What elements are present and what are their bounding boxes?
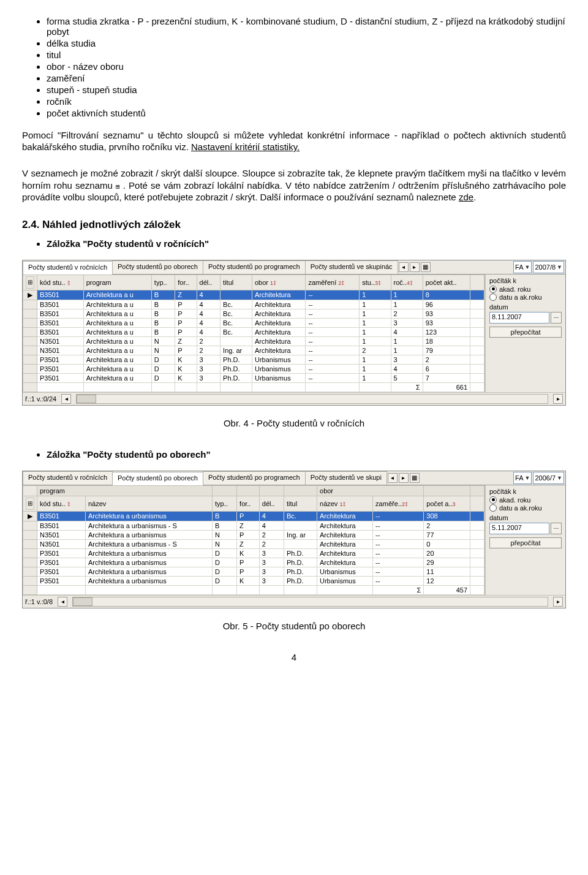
table-row[interactable]: B3501Architektura a uBP4Bc.Architektura-… <box>23 309 484 318</box>
table-row[interactable]: P3501Architektura a urbanismusDP3Ph.D.Ur… <box>23 567 484 576</box>
table-row[interactable]: N3501Architektura a urbanismus - SNZ2Arc… <box>23 539 484 548</box>
table-row[interactable]: P3501Architektura a uDK3Ph.D.Urbanismus-… <box>23 373 484 382</box>
prepocitat-button[interactable]: přepočítat <box>489 327 562 338</box>
col-pocet[interactable]: počet akt.. <box>423 275 470 290</box>
hscrollbar[interactable] <box>76 394 548 404</box>
radio-datu-akroku[interactable]: datu a ak.roku <box>489 504 562 512</box>
bullet: titul <box>47 50 566 60</box>
cell: -- <box>373 521 424 530</box>
col-del[interactable]: dél.. <box>197 275 220 290</box>
bullet: forma studia zkratka - P - prezenční stu… <box>47 16 566 37</box>
hscrollbar[interactable] <box>72 597 548 607</box>
table-row[interactable]: P3501Architektura a uDK3Ph.D.Urbanismus-… <box>23 355 484 364</box>
col-program[interactable]: program <box>83 275 151 290</box>
col-zamereni[interactable]: zaměře..2‡ <box>373 496 424 511</box>
table-row[interactable]: P3501Architektura a urbanismusDK3Ph.D.Ur… <box>23 576 484 585</box>
table-row[interactable]: N3501Architektura a urbanismusNP2Ing. ar… <box>23 530 484 539</box>
col-for[interactable]: for.. <box>237 496 260 511</box>
tab-skupiny[interactable]: Počty studentů ve skupinác <box>305 260 398 274</box>
col-typ[interactable]: typ.. <box>212 496 236 511</box>
scroll-right-icon[interactable]: ▸ <box>553 597 563 607</box>
col-titul[interactable]: titul <box>221 275 252 290</box>
tab-rocniky[interactable]: Počty studentů v ročnících <box>23 261 113 275</box>
col-stupen[interactable]: stu..3‡ <box>360 275 391 290</box>
col-del[interactable]: dél.. <box>259 496 284 511</box>
tabs-scroll-right-icon[interactable]: ▸ <box>410 262 420 272</box>
tab-programy[interactable]: Počty studentů po programech <box>203 260 306 274</box>
sum-value: 661 <box>423 382 470 392</box>
cell: Architektura <box>317 530 373 539</box>
tab-obory[interactable]: Počty studentů po oborech <box>112 260 203 274</box>
tab-rocniky[interactable]: Počty studentů v ročnících <box>23 471 113 485</box>
row-marker <box>23 539 37 548</box>
tab-programy[interactable]: Počty studentů po programech <box>203 471 306 485</box>
scroll-left-icon[interactable]: ◂ <box>58 597 67 607</box>
table-row[interactable]: ▶B3501Architektura a uBZ4Architektura--1… <box>23 290 484 300</box>
scroll-left-icon[interactable]: ◂ <box>61 394 71 404</box>
table-row[interactable]: B3501Architektura a urbanismus - SBZ4Arc… <box>23 521 484 530</box>
cell: 96 <box>423 300 470 309</box>
tab-skupiny[interactable]: Počty studentů ve skupi <box>305 471 387 485</box>
col-titul[interactable]: titul <box>284 496 317 511</box>
cell: B3501 <box>37 309 84 318</box>
row-marker <box>23 355 37 364</box>
faculty-combo[interactable]: FA▼ <box>513 472 532 484</box>
row-marker <box>23 548 37 558</box>
radio-datu-akroku[interactable]: datu a ak.roku <box>489 294 562 301</box>
cell: 123 <box>423 327 470 336</box>
grp-program[interactable]: program <box>37 485 213 496</box>
cell: D <box>151 355 175 364</box>
cell: 7 <box>423 373 470 382</box>
tabs-export-icon[interactable]: ▦ <box>421 262 431 272</box>
table-row[interactable]: N3501Architektura a uNP2Ing. arArchitekt… <box>23 346 484 355</box>
tabs-export-icon[interactable]: ▦ <box>410 473 420 483</box>
cell: 4 <box>259 511 284 521</box>
cell: K <box>237 548 260 558</box>
link-zde[interactable]: zde <box>459 192 473 202</box>
datum-field[interactable]: 5.11.2007 <box>489 523 549 534</box>
col-pocet[interactable]: počet a..3 <box>424 496 470 511</box>
radio-akad-roku[interactable]: akad. roku <box>489 286 562 293</box>
table-row[interactable]: P3501Architektura a urbanismusDP3Ph.D.Ar… <box>23 558 484 567</box>
col-typ[interactable]: typ.. <box>151 275 175 290</box>
grid-corner-icon[interactable]: ⊞ <box>26 498 34 510</box>
tabs-scroll-left-icon[interactable]: ◂ <box>388 473 398 483</box>
datum-label: datum <box>489 514 562 521</box>
col-obor[interactable]: obor 1‡ <box>252 275 305 290</box>
link-nastaveni-kriterii[interactable]: Nastavení kritérií statistiky. <box>191 142 300 152</box>
cell: B <box>151 318 175 327</box>
cell: 1 <box>360 327 391 336</box>
grid-rocniky[interactable]: ⊞ kód stu.. ‡ program typ.. for.. dél.. … <box>23 275 484 392</box>
table-row[interactable]: B3501Architektura a uBP4Bc.Architektura-… <box>23 300 484 309</box>
grid-corner-icon: ⊞ <box>116 183 120 191</box>
table-row[interactable]: N3501Architektura a uNZ2Architektura--11… <box>23 336 484 346</box>
prepocitat-button[interactable]: přepočítat <box>489 537 562 548</box>
tab-obory[interactable]: Počty studentů po oborech <box>112 472 203 485</box>
col-zamereni[interactable]: zaměření 2‡ <box>306 275 360 290</box>
col-kod[interactable]: kód stu.. ‡ <box>37 275 84 290</box>
tabs-scroll-right-icon[interactable]: ▸ <box>399 473 409 483</box>
col-rocnik[interactable]: roč..4‡ <box>391 275 423 290</box>
scroll-right-icon[interactable]: ▸ <box>553 394 563 404</box>
datum-field[interactable]: 8.11.2007 <box>489 312 549 324</box>
col-nazev-obor[interactable]: název 1‡ <box>317 496 373 511</box>
tabs-scroll-left-icon[interactable]: ◂ <box>399 262 409 272</box>
faculty-combo[interactable]: FA▼ <box>513 261 532 273</box>
col-nazev-prog[interactable]: název <box>85 496 212 511</box>
grid-obory[interactable]: program obor ⊞ kód stu.. ‡ název typ.. f… <box>23 485 484 595</box>
table-row[interactable]: B3501Architektura a uBP4Bc.Architektura-… <box>23 318 484 327</box>
date-picker-button[interactable]: ... <box>551 312 562 324</box>
col-for[interactable]: for.. <box>175 275 197 290</box>
date-picker-button[interactable]: ... <box>551 523 562 534</box>
grp-obor[interactable]: obor <box>317 485 424 496</box>
cell: N <box>151 346 175 355</box>
year-combo[interactable]: 2007/8▼ <box>533 261 564 273</box>
table-row[interactable]: ▶B3501Architektura a urbanismusBP4Bc.Arc… <box>23 511 484 521</box>
radio-akad-roku[interactable]: akad. roku <box>489 496 562 504</box>
table-row[interactable]: P3501Architektura a urbanismusDK3Ph.D.Ar… <box>23 548 484 558</box>
grid-corner-icon[interactable]: ⊞ <box>26 276 34 289</box>
table-row[interactable]: P3501Architektura a uDK3Ph.D.Urbanismus-… <box>23 364 484 373</box>
table-row[interactable]: B3501Architektura a uBP4Bc.Architektura-… <box>23 327 484 336</box>
year-combo[interactable]: 2006/7▼ <box>533 472 564 484</box>
col-kod[interactable]: kód stu.. ‡ <box>37 496 86 511</box>
